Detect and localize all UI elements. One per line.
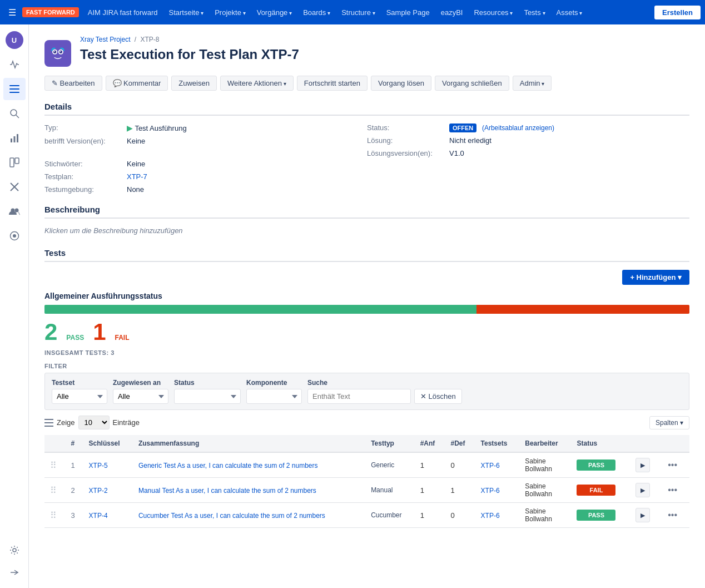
- add-tests-button[interactable]: Hinzufügen: [622, 270, 689, 285]
- tests-section: Tests Hinzufügen Allgemeiner Ausführungs…: [44, 248, 689, 528]
- row-key[interactable]: XTP-5: [83, 452, 133, 478]
- row-testtype: Generic: [365, 452, 415, 478]
- assign-button[interactable]: Zuweisen: [171, 76, 217, 91]
- testset-link[interactable]: XTP-6: [481, 462, 500, 470]
- sidebar-collapse[interactable]: [3, 561, 26, 584]
- play-button[interactable]: ▶: [636, 508, 650, 522]
- detail-stichwort-label: Stichwörter:: [44, 160, 122, 168]
- breadcrumb-project[interactable]: Xray Test Project: [80, 36, 130, 43]
- create-button[interactable]: Erstellen: [654, 6, 701, 19]
- more-button[interactable]: •••: [666, 509, 679, 521]
- resolve-button[interactable]: Vorgang lösen: [371, 76, 431, 91]
- close-button[interactable]: Vorgang schließen: [435, 76, 509, 91]
- svg-rect-5: [11, 139, 12, 142]
- row-key[interactable]: XTP-2: [83, 478, 133, 503]
- filter-status-select[interactable]: [174, 389, 241, 404]
- drag-handle: ⠿: [44, 452, 66, 478]
- description-section: Beschreibung Klicken um die Beschreibung…: [44, 205, 689, 235]
- nav-sample-page[interactable]: Sample Page: [382, 6, 434, 19]
- filter-component-select[interactable]: [246, 389, 302, 404]
- nav-projekte[interactable]: Projekte: [210, 6, 250, 19]
- col-num: #: [66, 435, 83, 452]
- detail-loesungsversion-value: V1.0: [449, 149, 464, 157]
- summary-link[interactable]: Generic Test As a user, I can calculate …: [138, 462, 318, 470]
- sidebar-item-board[interactable]: [3, 151, 26, 174]
- logo: FAST FORWARD: [22, 7, 79, 17]
- more-button[interactable]: •••: [666, 459, 679, 471]
- nav-resources[interactable]: Resources: [469, 6, 517, 19]
- user-avatar: U: [6, 31, 23, 49]
- start-progress-button[interactable]: Fortschritt starten: [297, 76, 368, 91]
- nav-eazybi[interactable]: eazyBI: [436, 6, 468, 19]
- progress-fail: [476, 305, 689, 314]
- filter-section: FILTER Testset Alle Zugewiesen an Alle: [44, 363, 689, 410]
- filter-clear-button[interactable]: ✕ Löschen: [414, 389, 462, 404]
- sidebar-item-menu[interactable]: [3, 78, 26, 100]
- drag-handle: ⠿: [44, 478, 66, 503]
- detail-loesung: Lösung: Nicht erledigt: [367, 136, 689, 145]
- key-link[interactable]: XTP-5: [89, 462, 108, 470]
- row-num: 2: [66, 478, 83, 503]
- svg-point-13: [13, 234, 16, 238]
- filter-component-label: Komponente: [246, 379, 302, 387]
- row-status: PASS: [571, 452, 630, 478]
- detail-stichwort-value: Keine: [127, 160, 145, 168]
- nav-vorgaenge[interactable]: Vorgänge: [252, 6, 296, 19]
- sidebar-avatar[interactable]: U: [3, 29, 26, 51]
- sidebar-item-reports[interactable]: [3, 127, 26, 149]
- detail-status-value: OFFEN (Arbeitsablauf anzeigen): [449, 123, 554, 132]
- workflow-link[interactable]: (Arbeitsablauf anzeigen): [482, 124, 554, 132]
- detail-testumgebung-value: None: [127, 185, 144, 194]
- pass-fail-summary: 2 PASS 1 FAIL: [44, 320, 689, 344]
- pass-label: PASS: [66, 334, 84, 342]
- nav-assets[interactable]: Assets: [552, 6, 587, 19]
- sidebar-item-team[interactable]: [3, 200, 26, 223]
- testset-link[interactable]: XTP-6: [481, 512, 500, 520]
- play-button[interactable]: ▶: [636, 483, 650, 497]
- nav-structure[interactable]: Structure: [337, 6, 380, 19]
- summary-link[interactable]: Manual Test As a user, I can calculate t…: [138, 487, 316, 495]
- more-button[interactable]: •••: [666, 484, 679, 496]
- detail-version: betrifft Version(en): Keine: [44, 137, 367, 145]
- filter-testset: Testset Alle: [52, 379, 107, 404]
- more-actions-button[interactable]: Weitere Aktionen: [220, 76, 294, 91]
- entries-select[interactable]: 10 25 50 100: [78, 416, 110, 429]
- key-link[interactable]: XTP-2: [89, 487, 108, 495]
- nav-startseite[interactable]: Startseite: [165, 6, 208, 19]
- testset-link[interactable]: XTP-6: [481, 487, 500, 495]
- detail-testumgebung-label: Testumgebung:: [44, 185, 122, 194]
- play-button[interactable]: ▶: [636, 458, 650, 472]
- details-right: Status: OFFEN (Arbeitsablauf anzeigen) L…: [367, 123, 689, 194]
- sidebar-item-search[interactable]: [3, 102, 26, 125]
- key-link[interactable]: XTP-4: [89, 512, 108, 520]
- filter-search-input[interactable]: [307, 389, 411, 404]
- breadcrumb-issue: XTP-8: [141, 36, 160, 43]
- sidebar-settings[interactable]: [3, 539, 26, 561]
- detail-status: Status: OFFEN (Arbeitsablauf anzeigen): [367, 123, 689, 132]
- filter-assigned-select[interactable]: Alle: [113, 389, 168, 404]
- sidebar-item-xray[interactable]: [3, 176, 26, 198]
- title-area: Xray Test Project / XTP-8 Test Execution…: [80, 36, 299, 71]
- svg-rect-8: [10, 158, 14, 167]
- description-placeholder[interactable]: Klicken um die Beschreibung hinzuzufügen: [44, 226, 689, 235]
- comment-button[interactable]: 💬 Kommentar: [106, 76, 168, 91]
- testplan-link[interactable]: XTP-7: [127, 172, 147, 181]
- breadcrumb: Xray Test Project / XTP-8: [80, 36, 299, 43]
- row-summary: Generic Test As a user, I can calculate …: [133, 452, 365, 478]
- row-key[interactable]: XTP-4: [83, 503, 133, 528]
- summary-link[interactable]: Cucumber Test As a user, I can calculate…: [138, 512, 325, 520]
- edit-button[interactable]: ✎ Bearbeiten: [44, 76, 102, 91]
- admin-button[interactable]: Admin: [513, 76, 552, 91]
- sidebar-item-activity[interactable]: [3, 53, 26, 76]
- hamburger-menu[interactable]: ☰: [4, 4, 20, 20]
- columns-button[interactable]: Spalten: [649, 416, 689, 429]
- filter-testset-select[interactable]: Alle: [52, 389, 107, 404]
- sidebar-item-circle[interactable]: [3, 225, 26, 247]
- table-header: # Schlüssel Zusammenfassung Testtyp #Anf…: [44, 435, 689, 452]
- progress-pass: [44, 305, 476, 314]
- svg-rect-7: [17, 134, 18, 142]
- nav-boards[interactable]: Boards: [299, 6, 335, 19]
- svg-rect-0: [9, 85, 19, 86]
- row-def: 0: [445, 503, 475, 528]
- nav-tests[interactable]: Tests: [519, 6, 549, 19]
